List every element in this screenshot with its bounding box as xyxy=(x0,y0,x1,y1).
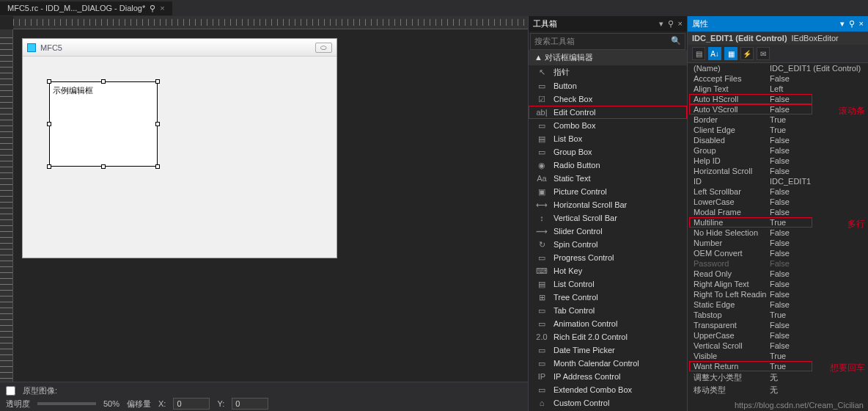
toolbox-item[interactable]: ▭Tab Control xyxy=(529,304,687,317)
document-tab[interactable]: MFC5.rc - IDD_M..._DIALOG - Dialog* ⚲ × xyxy=(0,1,172,15)
property-value[interactable]: False xyxy=(767,239,868,247)
dialog-close-button[interactable]: ⬭ xyxy=(315,43,332,53)
property-value[interactable]: False xyxy=(767,95,868,103)
property-row[interactable]: Want ReturnTrue想要回车 xyxy=(688,361,868,371)
property-value[interactable]: IDC_EDIT1 (Edit Control) xyxy=(767,64,868,73)
toolbox-item[interactable]: ▭Button xyxy=(529,79,687,92)
property-row[interactable]: 调整大小类型无 xyxy=(688,371,868,384)
property-row[interactable]: BorderTrue xyxy=(688,114,868,125)
property-row[interactable]: DisabledFalse xyxy=(688,135,868,145)
resize-handle[interactable] xyxy=(155,164,160,169)
property-row[interactable]: Help IDFalse xyxy=(688,156,868,166)
close-icon[interactable]: × xyxy=(678,19,683,29)
property-value[interactable]: True xyxy=(767,310,868,319)
toolbox-item[interactable]: ▭Month Calendar Control xyxy=(529,357,687,370)
property-value[interactable]: False xyxy=(767,74,868,83)
property-value[interactable]: IDC_EDIT1 xyxy=(767,177,868,186)
resize-handle[interactable] xyxy=(47,79,51,84)
property-value[interactable]: False xyxy=(767,341,868,350)
toolbox-group-header[interactable]: ▲ 对话框编辑器 xyxy=(529,50,687,65)
prototype-image-checkbox[interactable] xyxy=(6,386,15,396)
toolbox-item[interactable]: ▭Combo Box xyxy=(529,119,687,132)
property-row[interactable]: UpperCaseFalse xyxy=(688,330,868,341)
toolbox-item[interactable]: ↻Spin Control xyxy=(529,238,687,251)
close-icon[interactable]: × xyxy=(859,19,864,29)
toolbox-item[interactable]: ab|Edit Control xyxy=(529,106,687,119)
property-row[interactable]: Right Align TextFalse xyxy=(688,279,868,289)
properties-selector[interactable]: IDC_EDIT1 (Edit Control) IEdBoxEditor xyxy=(688,32,868,45)
property-row[interactable]: (Name)IDC_EDIT1 (Edit Control) xyxy=(688,63,868,73)
property-value[interactable]: False xyxy=(767,300,868,309)
property-value[interactable]: 无 xyxy=(767,372,868,383)
property-value[interactable]: False xyxy=(767,290,868,299)
toolbox-item[interactable]: ↖指针 xyxy=(529,65,687,79)
toolbox-item[interactable]: ▣Picture Control xyxy=(529,185,687,198)
toolbox-item[interactable]: ▭Progress Control xyxy=(529,251,687,264)
property-value[interactable]: False xyxy=(767,187,868,196)
property-value[interactable]: Left xyxy=(767,84,868,93)
toolbox-item[interactable]: ▤List Box xyxy=(529,132,687,145)
property-value[interactable]: True xyxy=(767,115,868,124)
property-row[interactable]: Horizontal ScrollFalse xyxy=(688,166,868,176)
events-button[interactable]: ⚡ xyxy=(740,47,754,60)
property-value[interactable]: False xyxy=(767,331,868,340)
pin-icon[interactable]: ⚲ xyxy=(668,19,674,29)
toolbox-item[interactable]: ⟷Horizontal Scroll Bar xyxy=(529,198,687,211)
property-row[interactable]: Modal FrameFalse xyxy=(688,207,868,217)
property-value[interactable]: 无 xyxy=(767,385,868,396)
property-row[interactable]: Read OnlyFalse xyxy=(688,269,868,279)
property-row[interactable]: MultilineTrue多行 xyxy=(688,217,868,228)
property-value[interactable]: False xyxy=(767,228,868,237)
property-row[interactable]: Vertical ScrollFalse xyxy=(688,341,868,351)
toolbox-item[interactable]: ◉Radio Button xyxy=(529,159,687,172)
canvas[interactable]: MFC5 ⬭ 示例编辑框 xyxy=(13,29,528,380)
property-value[interactable]: False xyxy=(767,249,868,258)
property-row[interactable]: No Hide SelectionFalse xyxy=(688,228,868,238)
property-row[interactable]: NumberFalse xyxy=(688,238,868,248)
property-row[interactable]: PasswordFalse xyxy=(688,258,868,269)
property-row[interactable]: Left ScrollbarFalse xyxy=(688,186,868,197)
messages-button[interactable]: ✉ xyxy=(757,47,770,60)
offset-x-input[interactable]: 0 xyxy=(173,398,210,410)
toolbox-item[interactable]: ▭Animation Control xyxy=(529,317,687,330)
pin-icon[interactable]: ⚲ xyxy=(849,19,855,29)
alphabetical-button[interactable]: A↓ xyxy=(708,47,721,60)
toolbox-item[interactable]: IPIP Address Control xyxy=(529,370,687,383)
resize-handle[interactable] xyxy=(47,122,51,126)
property-value[interactable]: False xyxy=(767,208,868,217)
toolbox-item[interactable]: ▤List Control xyxy=(529,277,687,291)
property-value[interactable]: False xyxy=(767,259,868,268)
property-row[interactable]: VisibleTrue xyxy=(688,351,868,361)
pin-icon[interactable]: ⚲ xyxy=(150,4,155,13)
property-row[interactable]: Auto VScrollFalse滚动条 xyxy=(688,104,868,114)
property-row[interactable]: TabstopTrue xyxy=(688,310,868,320)
property-value[interactable]: True xyxy=(767,126,868,134)
close-icon[interactable]: × xyxy=(160,4,164,12)
categorized-button[interactable]: ▤ xyxy=(692,47,705,60)
dropdown-icon[interactable]: ▾ xyxy=(659,19,663,29)
property-value[interactable]: True xyxy=(767,352,868,360)
toolbox-item[interactable]: ⊞Tree Control xyxy=(529,291,687,304)
resize-handle[interactable] xyxy=(101,79,106,84)
toolbox-item[interactable]: AaStatic Text xyxy=(529,172,687,185)
property-value[interactable]: False xyxy=(767,269,868,278)
property-value[interactable]: False xyxy=(767,197,868,206)
property-row[interactable]: OEM ConvertFalse xyxy=(688,248,868,258)
resize-handle[interactable] xyxy=(155,122,160,126)
property-value[interactable]: False xyxy=(767,280,868,288)
resize-handle[interactable] xyxy=(47,164,51,169)
toolbox-item[interactable]: ▭Date Time Picker xyxy=(529,343,687,357)
toolbox-item[interactable]: ⌨Hot Key xyxy=(529,264,687,277)
property-value[interactable]: False xyxy=(767,321,868,330)
edit-control-selection[interactable]: 示例编辑框 xyxy=(49,81,158,167)
toolbox-item[interactable]: ▭Extended Combo Box xyxy=(529,383,687,396)
opacity-slider[interactable] xyxy=(37,402,96,405)
dropdown-icon[interactable]: ▾ xyxy=(840,19,845,29)
property-value[interactable]: False xyxy=(767,146,868,155)
property-row[interactable]: Acccept FilesFalse xyxy=(688,73,868,84)
property-row[interactable]: GroupFalse xyxy=(688,145,868,156)
property-row[interactable]: Auto HScrollFalse xyxy=(688,94,868,104)
grouped-button[interactable]: ▦ xyxy=(724,47,738,60)
toolbox-item[interactable]: ↕Vertical Scroll Bar xyxy=(529,211,687,225)
property-row[interactable]: 移动类型无 xyxy=(688,384,868,396)
